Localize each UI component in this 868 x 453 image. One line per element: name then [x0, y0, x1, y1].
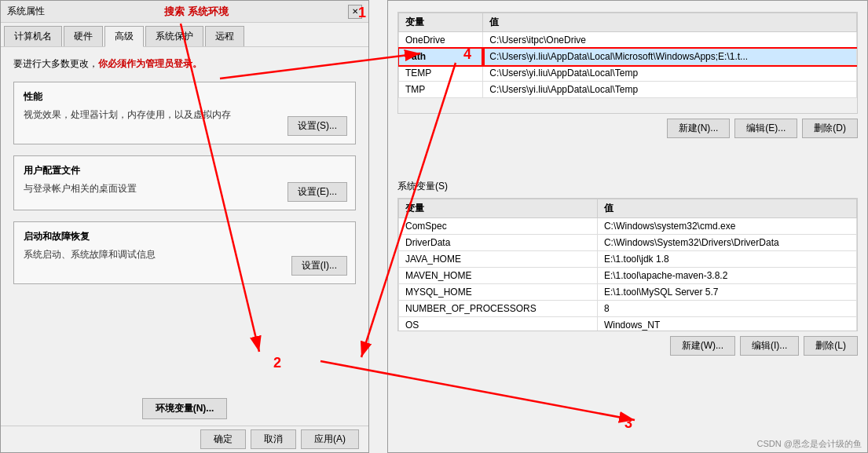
- user-vars-buttons: 新建(N)... 编辑(E)... 删除(D): [397, 119, 858, 138]
- user-value-col-header: 值: [483, 13, 857, 32]
- var-name: TMP: [399, 82, 483, 98]
- user-variables-section: 变量 值 OneDrive C:\Users\itpc\OneDrive Pat…: [388, 1, 867, 174]
- close-button[interactable]: ✕: [348, 5, 362, 19]
- var-value: E:\1.tool\apache-maven-3.8.2: [597, 268, 856, 284]
- var-value: Windows_NT: [597, 317, 856, 332]
- sys-vars-table: 变量 值 ComSpec C:\Windows\system32\cmd.exe…: [398, 199, 857, 331]
- cancel-button[interactable]: 取消: [251, 429, 296, 449]
- var-name-path: Path: [399, 49, 483, 65]
- env-variables-dialog: 变量 值 OneDrive C:\Users\itpc\OneDrive Pat…: [387, 0, 868, 453]
- tab-system-protection[interactable]: 系统保护: [145, 26, 203, 46]
- table-row[interactable]: OS Windows_NT: [399, 317, 857, 332]
- table-row[interactable]: JAVA_HOME E:\1.tool\jdk 1.8: [399, 251, 857, 268]
- sys-delete-button[interactable]: 删除(L): [804, 336, 858, 356]
- apply-button[interactable]: 应用(A): [301, 429, 359, 449]
- var-value: C:\Users\yi.liu\AppData\Local\Temp: [483, 82, 857, 98]
- dialog-title: 系统属性: [7, 5, 45, 18]
- var-value: E:\1.tool\MySQL Server 5.7: [597, 284, 856, 301]
- var-name: OneDrive: [399, 32, 483, 49]
- table-row[interactable]: TEMP C:\Users\yi.liu\AppData\Local\Temp: [399, 65, 857, 82]
- user-delete-button[interactable]: 删除(D): [802, 119, 858, 138]
- var-value: C:\Users\itpc\OneDrive: [483, 32, 857, 49]
- table-row[interactable]: MYSQL_HOME E:\1.tool\MySQL Server 5.7: [399, 284, 857, 301]
- tab-computer-name[interactable]: 计算机名: [4, 26, 62, 46]
- sys-variables-section: 系统变量(S) 变量 值 ComSpec C:\Windows\system32…: [388, 174, 867, 362]
- user-vars-table-wrap: 变量 值 OneDrive C:\Users\itpc\OneDrive Pat…: [397, 12, 858, 114]
- var-value: C:\Windows\system32\cmd.exe: [597, 218, 856, 235]
- var-name: DriverData: [399, 235, 598, 251]
- sys-edit-button[interactable]: 编辑(I)...: [740, 336, 799, 356]
- var-value: C:\Users\yi.liu\AppData\Local\Temp: [483, 65, 857, 82]
- table-row[interactable]: NUMBER_OF_PROCESSORS 8: [399, 301, 857, 317]
- env-variables-button[interactable]: 环境变量(N)...: [142, 398, 228, 419]
- startup-settings-button[interactable]: 设置(I)...: [291, 256, 347, 276]
- var-name: MYSQL_HOME: [399, 284, 598, 301]
- tab-remote[interactable]: 远程: [205, 26, 244, 46]
- sys-vars-buttons: 新建(W)... 编辑(I)... 删除(L): [397, 336, 858, 356]
- table-row[interactable]: ComSpec C:\Windows\system32\cmd.exe: [399, 218, 857, 235]
- table-row[interactable]: OneDrive C:\Users\itpc\OneDrive: [399, 32, 857, 49]
- var-value: C:\Windows\System32\Drivers\DriverData: [597, 235, 856, 251]
- table-row[interactable]: TMP C:\Users\yi.liu\AppData\Local\Temp: [399, 82, 857, 98]
- var-name: JAVA_HOME: [399, 251, 598, 268]
- user-profile-section: 用户配置文件 与登录帐户相关的桌面设置 设置(E)...: [13, 155, 356, 210]
- dialog-footer: 确定 取消 应用(A): [1, 426, 368, 452]
- user-edit-button[interactable]: 编辑(E)...: [734, 119, 797, 138]
- panel-content: 要进行大多数更改，你必须作为管理员登录。 性能 视觉效果，处理器计划，内存使用，…: [1, 47, 368, 305]
- tab-advanced[interactable]: 高级: [104, 26, 144, 47]
- var-value: 8: [597, 301, 856, 317]
- tabs-row: 计算机名 硬件 高级 系统保护 远程: [1, 23, 368, 47]
- var-name: TEMP: [399, 65, 483, 82]
- startup-title: 启动和故障恢复: [24, 230, 346, 243]
- var-value: E:\1.tool\jdk 1.8: [597, 251, 856, 268]
- watermark: CSDN @恩念是会计级的鱼: [757, 438, 862, 450]
- var-name: OS: [399, 317, 598, 332]
- table-row[interactable]: DriverData C:\Windows\System32\Drivers\D…: [399, 235, 857, 251]
- sys-vars-title: 系统变量(S): [397, 180, 858, 193]
- user-profile-title: 用户配置文件: [24, 164, 346, 177]
- var-value-path: C:\Users\yi.liu\AppData\Local\Microsoft\…: [483, 49, 857, 65]
- user-new-button[interactable]: 新建(N)...: [667, 119, 731, 138]
- admin-note: 要进行大多数更改，你必须作为管理员登录。: [13, 57, 356, 71]
- user-vars-table: 变量 值 OneDrive C:\Users\itpc\OneDrive Pat…: [398, 13, 857, 98]
- var-name: ComSpec: [399, 218, 598, 235]
- search-label: 搜索 系统环境: [164, 5, 229, 19]
- perf-settings-button[interactable]: 设置(S)...: [288, 116, 347, 136]
- sys-var-col-header: 变量: [399, 199, 598, 218]
- tab-hardware[interactable]: 硬件: [64, 26, 103, 46]
- system-properties-dialog: 系统属性 搜索 系统环境 ✕ 计算机名 硬件 高级 系统保护 远程 要进行大多数…: [0, 0, 369, 453]
- sys-vars-table-wrap[interactable]: 变量 值 ComSpec C:\Windows\system32\cmd.exe…: [397, 198, 858, 331]
- user-profile-settings-button[interactable]: 设置(E)...: [288, 182, 347, 202]
- sys-new-button[interactable]: 新建(W)...: [670, 336, 735, 356]
- perf-title: 性能: [24, 90, 346, 104]
- bottom-buttons-area: 环境变量(N)...: [1, 393, 368, 424]
- startup-section: 启动和故障恢复 系统启动、系统故障和调试信息 设置(I)...: [13, 221, 356, 284]
- table-row-path[interactable]: Path C:\Users\yi.liu\AppData\Local\Micro…: [399, 49, 857, 65]
- user-var-col-header: 变量: [399, 13, 483, 32]
- performance-section: 性能 视觉效果，处理器计划，内存使用，以及虚拟内存 设置(S)...: [13, 82, 356, 144]
- table-row[interactable]: MAVEN_HOME E:\1.tool\apache-maven-3.8.2: [399, 268, 857, 284]
- sys-value-col-header: 值: [597, 199, 856, 218]
- title-bar: 系统属性 搜索 系统环境 ✕: [1, 1, 368, 23]
- var-name: MAVEN_HOME: [399, 268, 598, 284]
- ok-button[interactable]: 确定: [200, 429, 246, 449]
- var-name: NUMBER_OF_PROCESSORS: [399, 301, 598, 317]
